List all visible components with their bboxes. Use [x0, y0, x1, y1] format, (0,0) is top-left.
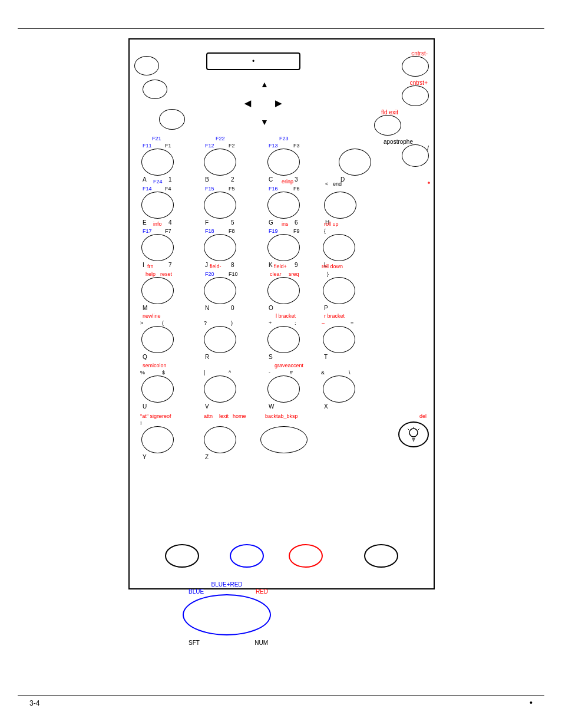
nav-key-3[interactable]: [159, 109, 185, 130]
field-plus-label: field+: [274, 263, 287, 269]
frn-label: frn: [147, 263, 154, 269]
key-P[interactable]: [323, 277, 355, 304]
f20-label: F20: [205, 271, 214, 277]
key-U[interactable]: [141, 375, 174, 403]
backtick-label: -: [269, 370, 270, 375]
display-box: •: [206, 52, 300, 70]
key-I[interactable]: [141, 234, 174, 261]
arrow-left: ◀: [244, 98, 251, 108]
f16-label: F16: [269, 186, 278, 192]
J-label: J: [205, 262, 208, 268]
key-L[interactable]: [323, 234, 355, 261]
colon-label: :: [295, 320, 296, 326]
rbrace-label: }: [327, 271, 329, 277]
N-label: N: [205, 305, 209, 311]
key-backtab[interactable]: [260, 426, 308, 453]
attn-label: attn: [204, 413, 213, 419]
f6-label: F6: [293, 186, 300, 192]
6-label: 6: [295, 219, 298, 226]
nav-key-1[interactable]: [134, 56, 159, 75]
f18-label: F18: [205, 228, 214, 234]
lbrace-label: {: [324, 228, 326, 234]
P-label: P: [324, 305, 328, 311]
R-label: R: [205, 354, 209, 360]
key-H[interactable]: [324, 192, 356, 219]
key-K[interactable]: [267, 234, 300, 261]
key-J[interactable]: [204, 234, 236, 261]
X-label: X: [324, 403, 328, 410]
bottom-rule: [18, 695, 544, 696]
btn-plain-2[interactable]: [364, 544, 398, 568]
end-word-label: end: [333, 181, 342, 187]
rparen-label: ): [231, 320, 233, 326]
key-T[interactable]: [323, 326, 355, 353]
key-N[interactable]: [204, 277, 236, 304]
display-dot: •: [252, 57, 254, 65]
key-R[interactable]: [204, 326, 236, 353]
key-B[interactable]: [204, 149, 236, 176]
svg-line-3: [408, 429, 409, 430]
nav-key-2[interactable]: [143, 80, 167, 99]
sft-label: SFT: [189, 640, 200, 646]
f11-label: F11: [143, 143, 152, 149]
btn-red[interactable]: [289, 544, 323, 568]
key-C[interactable]: [267, 149, 300, 176]
Y-label: Y: [143, 454, 147, 460]
1-label: 1: [168, 176, 172, 183]
O-label: O: [269, 305, 273, 311]
f15-label: F15: [205, 186, 214, 192]
key-G[interactable]: [267, 192, 300, 219]
bullet-bottom: •: [530, 698, 533, 707]
hash-label: #: [290, 370, 293, 375]
f8-label: F8: [229, 228, 235, 234]
key-D[interactable]: [339, 149, 371, 176]
clear-label: clear: [270, 271, 282, 277]
percent-label: %: [140, 370, 145, 375]
btn-blue[interactable]: [230, 544, 264, 568]
4-label: 4: [168, 219, 172, 226]
cntrst-plus-key[interactable]: [402, 85, 429, 106]
key-W[interactable]: [267, 375, 300, 403]
reset-label: reset: [160, 271, 172, 277]
r-bracket-label: r bracket: [324, 313, 345, 319]
shift-key[interactable]: [183, 594, 271, 635]
key-F[interactable]: [204, 192, 236, 219]
keyboard-panel: • cntrst- cntrst+ fld exit ▲ ◀ ▶ ▼ apost…: [128, 38, 435, 589]
f7-label: F7: [165, 228, 171, 234]
2-label: 2: [231, 176, 234, 183]
backslash-label: \: [349, 370, 351, 375]
roll-down-label: roll down: [322, 263, 343, 269]
apostrophe-key[interactable]: [402, 144, 429, 167]
key-M[interactable]: [141, 277, 174, 304]
key-Q[interactable]: [141, 326, 174, 353]
key-Z[interactable]: [204, 426, 236, 453]
fld-exit-key[interactable]: [374, 115, 401, 136]
key-V[interactable]: [204, 375, 236, 403]
key-X[interactable]: [323, 375, 355, 403]
dollar-label: $: [162, 370, 165, 375]
ins-label: ins: [282, 221, 289, 227]
f10-label: F10: [229, 271, 238, 277]
greater-label: >: [140, 320, 143, 326]
field-minus-label: field-: [210, 263, 222, 269]
shift-key-area: BLUE+RED BLUE RED SFT NUM: [183, 594, 271, 635]
key-Y[interactable]: [141, 426, 174, 453]
W-label: W: [269, 403, 274, 410]
arrow-right: ▶: [275, 98, 282, 108]
key-E[interactable]: [141, 192, 174, 219]
8-label: 8: [231, 262, 234, 268]
S-label: S: [269, 354, 273, 360]
btn-plain-1[interactable]: [165, 544, 199, 568]
key-O[interactable]: [267, 277, 300, 304]
top-rule: [18, 28, 544, 29]
semicolon-label: semicolon: [143, 363, 167, 368]
key-A[interactable]: [141, 149, 174, 176]
pipe-label: |: [204, 370, 205, 375]
cntrst-minus-key[interactable]: [402, 56, 429, 77]
equals-label: =: [351, 320, 353, 326]
key-S[interactable]: [267, 326, 300, 353]
graveaccent-label: graveaccent: [275, 363, 303, 368]
key-del[interactable]: [398, 421, 429, 447]
svg-point-0: [409, 429, 418, 437]
f23-label: F23: [279, 136, 289, 141]
